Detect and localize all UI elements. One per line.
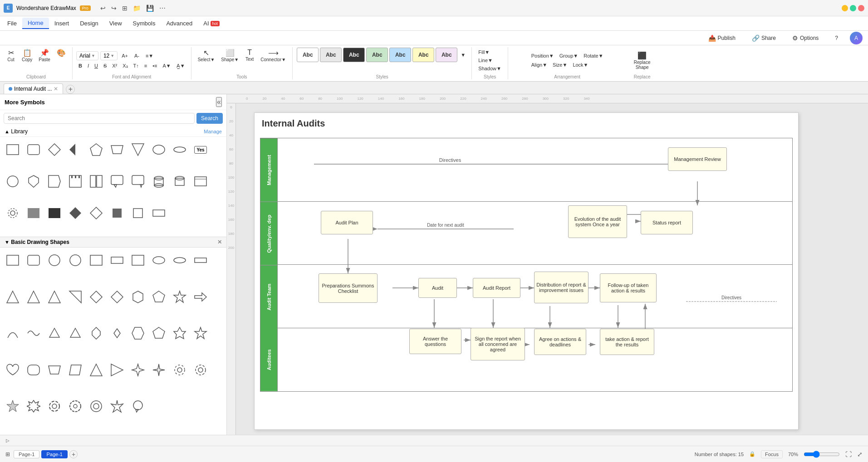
menu-design[interactable]: Design — [74, 18, 103, 29]
search-button[interactable]: Search — [196, 113, 223, 124]
menu-ai[interactable]: AI hot — [198, 18, 225, 29]
grid-toggle-button[interactable]: ⊞ — [5, 451, 10, 457]
open-button[interactable]: 📁 — [131, 4, 143, 13]
tab-close-icon[interactable]: ✕ — [54, 86, 58, 92]
bs-diamond-sm[interactable] — [107, 323, 127, 343]
bs-oval2[interactable] — [170, 250, 190, 270]
help-button[interactable]: ? — [830, 33, 843, 43]
save-button[interactable]: 💾 — [144, 4, 156, 13]
basic-shapes-header[interactable]: ▼ Basic Drawing Shapes ✕ — [0, 237, 226, 248]
text-size-up[interactable]: T↑ — [131, 62, 141, 69]
audit-report-box[interactable]: Audit Report — [473, 278, 520, 298]
share-button[interactable]: 🔗 Share — [747, 33, 780, 44]
bs-heart[interactable] — [3, 360, 23, 380]
bs-star4-2[interactable] — [149, 360, 169, 380]
bs-star7[interactable] — [107, 396, 127, 416]
style-shape-3[interactable]: Abc — [343, 48, 365, 62]
bs-tri2[interactable] — [24, 287, 44, 307]
sidebar-collapse-button[interactable]: « — [216, 97, 222, 107]
menu-insert[interactable]: Insert — [49, 18, 75, 29]
shape-circle[interactable] — [3, 171, 23, 191]
audit-box[interactable]: Audit — [418, 278, 457, 298]
lock-button[interactable]: 🔒 — [749, 451, 755, 457]
new-button[interactable]: ⊞ — [120, 4, 130, 13]
bs-curve[interactable] — [3, 323, 23, 343]
font-family-dropdown[interactable]: Arial ▼ — [76, 51, 98, 60]
bs-tri5[interactable] — [86, 360, 106, 380]
shape-rect2[interactable] — [149, 203, 169, 223]
bs-circle2[interactable] — [65, 250, 85, 270]
shape-rect[interactable] — [3, 140, 23, 160]
superscript-button[interactable]: X² — [110, 62, 119, 69]
bs-parallelogram[interactable] — [65, 360, 85, 380]
bs-star5[interactable] — [170, 287, 190, 307]
bs-pent[interactable] — [149, 287, 169, 307]
shape-tool-button[interactable]: ⬜Shape▼ — [218, 47, 241, 63]
more-button[interactable]: ⋯ — [157, 4, 168, 13]
rotate-button[interactable]: Rotate▼ — [581, 52, 605, 59]
bs-diamond2[interactable] — [107, 287, 127, 307]
focus-button[interactable]: Focus — [761, 450, 783, 458]
preparations-box[interactable]: Preparations Summons Checklist — [319, 273, 378, 303]
list2-button[interactable]: •≡ — [150, 62, 159, 69]
select-tool-button[interactable]: ↖Select▼ — [195, 47, 218, 63]
canvas-tab[interactable]: Internal Audit ... ✕ — [4, 83, 63, 94]
bs-arrow[interactable] — [191, 287, 211, 307]
bs-tri6[interactable] — [107, 360, 127, 380]
styles-expand-button[interactable]: ▼ — [458, 51, 468, 58]
shape-disk[interactable] — [191, 171, 211, 191]
style-shape-6[interactable]: Abc — [412, 48, 434, 62]
copy-button[interactable]: 📋Copy — [19, 47, 35, 63]
bs-rect3[interactable] — [86, 250, 106, 270]
shape-film[interactable] — [65, 171, 85, 191]
bs-star4[interactable] — [128, 360, 148, 380]
shape-rect-tag[interactable] — [44, 171, 64, 191]
shape-arrow-left[interactable] — [65, 140, 85, 160]
maximize-button[interactable] — [850, 5, 856, 11]
highlight-button[interactable]: A̲▼ — [174, 62, 187, 70]
lock-button[interactable]: Lock▼ — [570, 61, 590, 68]
align-button[interactable]: Align▼ — [529, 61, 549, 68]
italic-button[interactable]: I — [85, 62, 91, 69]
undo-button[interactable]: ↩ — [98, 4, 108, 13]
bs-rect5[interactable] — [128, 250, 148, 270]
strike-button[interactable]: S — [101, 62, 109, 69]
zoom-slider[interactable] — [804, 451, 840, 458]
add-tab-button[interactable]: + — [66, 85, 75, 94]
shape-gear[interactable] — [3, 203, 23, 223]
search-input[interactable] — [4, 113, 195, 124]
bs-star6-2[interactable] — [24, 396, 44, 416]
shape-square-fill[interactable] — [107, 203, 127, 223]
page-tab-1[interactable]: Page-1 — [14, 450, 39, 458]
cut-button[interactable]: ✂Cut — [4, 47, 18, 63]
shape-book[interactable] — [86, 171, 106, 191]
bs-trapezoid[interactable] — [44, 360, 64, 380]
group-button[interactable]: Group▼ — [557, 52, 580, 59]
shape-square-outline[interactable] — [128, 203, 148, 223]
publish-button[interactable]: 📤 Publish — [704, 33, 740, 44]
position-button[interactable]: Position▼ — [529, 52, 556, 59]
bs-rect4[interactable] — [107, 250, 127, 270]
bs-gear3[interactable] — [191, 360, 211, 380]
bs-circle3[interactable] — [86, 396, 106, 416]
close-button[interactable] — [858, 5, 864, 11]
avatar[interactable]: A — [850, 32, 863, 44]
shape-trapezoid[interactable] — [107, 140, 127, 160]
bs-wide-rect[interactable] — [191, 250, 211, 270]
line-button[interactable]: Line▼ — [476, 57, 495, 64]
shape-can[interactable] — [170, 171, 190, 191]
underline-button[interactable]: U — [92, 62, 100, 69]
shape-rect-black[interactable] — [44, 203, 64, 223]
distribution-box[interactable]: Distribution of report & improvement iss… — [534, 272, 588, 303]
bs-rect-curved[interactable] — [24, 360, 44, 380]
bs-tri-outline[interactable] — [44, 323, 64, 343]
bs-star6[interactable] — [170, 323, 190, 343]
shadow-button[interactable]: Shadow▼ — [476, 65, 504, 72]
status-report-box[interactable]: Status report — [641, 211, 693, 234]
font-decrease-button[interactable]: A- — [132, 52, 142, 59]
shape-diamond-outline[interactable] — [86, 203, 106, 223]
fill-button[interactable]: Fill▼ — [476, 49, 492, 56]
menu-symbols[interactable]: Symbols — [128, 18, 161, 29]
shape-diamond[interactable] — [44, 140, 64, 160]
bs-gear4[interactable] — [44, 396, 64, 416]
